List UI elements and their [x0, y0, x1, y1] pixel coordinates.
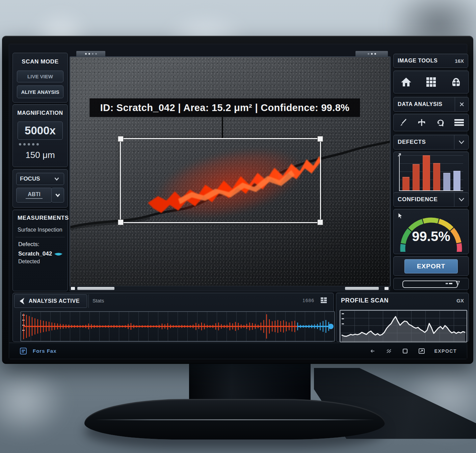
confidence-collapse-button[interactable]: [454, 192, 469, 207]
chevron-down-icon: [54, 191, 61, 199]
defects-title: DEFECTS: [394, 139, 454, 145]
taskbar-app-label[interactable]: Fors Fax: [33, 348, 57, 354]
data-analysis-box: [393, 114, 469, 131]
profile-scan-chart: [340, 311, 467, 342]
lock-tool-button[interactable]: [444, 77, 469, 87]
defect-indicator-icon: [54, 252, 63, 257]
focus-dropdown[interactable]: ABTI: [16, 188, 52, 203]
defects-label: Defects:: [18, 241, 39, 248]
scale-icon[interactable]: [386, 349, 392, 353]
viewport-scrollbar[interactable]: [70, 286, 390, 291]
measurement-mode: Surface Inspection: [18, 227, 62, 233]
defect-bar: [443, 173, 450, 190]
defects-collapse-button[interactable]: [454, 135, 469, 149]
analysis-header-box: ANALYSIS ACTIVE: [14, 294, 87, 308]
defect-status: Detected: [18, 259, 65, 265]
profile-title: PROFILE SCAN: [341, 297, 389, 304]
defects-histogram: [399, 155, 463, 191]
data-analysis-title: DATA ANALYSIS: [394, 101, 455, 107]
waveform-box: [20, 311, 335, 342]
defect-list-item[interactable]: Scratch_042 Detected: [18, 250, 65, 265]
image-tools-zoom: 16X: [455, 58, 464, 64]
progress-panel: [393, 278, 469, 290]
axis-arrow-icon: [397, 153, 401, 158]
image-tools-header: IMAGE TOOLS 16X: [393, 54, 468, 68]
focus-header[interactable]: FOCUS: [16, 173, 64, 185]
home-icon: [400, 77, 412, 87]
back-arrow-icon[interactable]: [370, 349, 375, 353]
slider-arrow-icon[interactable]: [456, 281, 460, 286]
header-divider: [88, 294, 89, 308]
scan-mode-title: SCAN MODE: [13, 58, 68, 65]
grid-small-icon[interactable]: [321, 297, 327, 303]
cursor-icon: [398, 213, 403, 219]
focus-value: ABTI: [26, 191, 42, 199]
export-button[interactable]: EXPORT: [404, 259, 458, 273]
playback-icon[interactable]: [18, 297, 25, 305]
close-icon: [459, 102, 464, 107]
viewport-tab-left[interactable]: [76, 51, 105, 56]
defect-bar: [433, 163, 440, 190]
scale-value: 150 μm: [13, 150, 68, 160]
defect-bar: [413, 164, 420, 190]
measurements-panel: MEASUREMENTS Surface Inspection Defects:…: [12, 210, 68, 291]
profile-svg: [340, 311, 467, 342]
waveform-svg: [21, 312, 334, 341]
screen: SCAN MODE LIVE VIEW ALIYE ANAYSIS MAGNIF…: [9, 44, 467, 359]
taskbar-export-label[interactable]: EXPOCT: [434, 348, 457, 354]
chevron-down-icon: [458, 197, 465, 202]
auto-analysis-button[interactable]: ALIYE ANAYSIS: [17, 85, 63, 98]
brush-tool-button[interactable]: [394, 118, 413, 127]
focus-panel: FOCUS ABTI: [12, 169, 68, 208]
live-view-button[interactable]: LIVE VIEW: [17, 71, 63, 82]
image-tools-box: [393, 71, 469, 94]
home-tool-button[interactable]: [394, 77, 419, 87]
brush-icon: [399, 118, 407, 127]
rotate-tool-button[interactable]: [431, 118, 450, 127]
taskbar: Fors Fax EXPOCT: [9, 343, 467, 359]
focus-title: FOCUS: [20, 176, 40, 182]
window-restore-icon[interactable]: [402, 348, 408, 354]
focus-dropdown-button[interactable]: [51, 188, 64, 203]
magnification-value: 5000x: [25, 124, 56, 137]
data-analysis-close-button[interactable]: [455, 97, 469, 111]
background-blob: [0, 365, 68, 439]
divider: [16, 237, 65, 237]
defects-header: DEFECTS: [393, 135, 469, 150]
analysis-panel: ANALYSIS ACTIVE Stats 1686: [12, 293, 334, 342]
monitor-stand-rim: [95, 419, 375, 420]
frame-counter: 1686: [302, 298, 314, 303]
progress-slider[interactable]: [402, 281, 458, 288]
defect-bar: [402, 177, 409, 190]
scrollbar-button[interactable]: [385, 287, 389, 290]
scrollbar-thumb[interactable]: [345, 287, 379, 290]
window-icon[interactable]: [20, 348, 27, 354]
menu-tool-button[interactable]: [450, 119, 469, 126]
scrollbar-button[interactable]: [71, 287, 75, 290]
export-panel: EXPORT: [393, 256, 469, 276]
analysis-status: ANALYSIS ACTIVE: [29, 298, 80, 304]
viewport-tab-right[interactable]: [355, 51, 388, 56]
chevron-down-icon[interactable]: [53, 175, 60, 183]
defect-bar: [423, 155, 430, 190]
profile-zoom: GX: [456, 298, 464, 303]
confidence-value: 99.5%: [394, 229, 469, 244]
stats-tab[interactable]: Stats: [92, 298, 104, 303]
microscope-viewport[interactable]: ID: Scratch_042 | Area: 15.2 μm² | Confi…: [70, 56, 391, 287]
grid-tool-button[interactable]: [419, 77, 444, 87]
measurements-title: MEASUREMENTS: [18, 215, 69, 221]
vignette: [70, 57, 390, 286]
confidence-header: CONFIDENCE: [393, 192, 469, 207]
rotate-icon: [436, 118, 445, 127]
grid-icon: [426, 77, 436, 87]
crosshair-tool-button[interactable]: [413, 118, 431, 127]
defects-chart-panel: [393, 152, 469, 195]
scrollbar-thumb[interactable]: [77, 287, 114, 290]
monitor-bezel: SCAN MODE LIVE VIEW ALIYE ANAYSIS MAGNIF…: [2, 36, 473, 364]
export-window-icon[interactable]: [419, 348, 425, 354]
menu-icon: [454, 119, 464, 126]
magnification-title: MAGNIFICATION: [13, 110, 68, 116]
auto-analysis-label: ALIYE ANAYSIS: [21, 89, 59, 95]
confidence-gauge-panel: 99.5%: [393, 209, 469, 254]
magnification-value-box[interactable]: 5000x: [18, 122, 63, 140]
